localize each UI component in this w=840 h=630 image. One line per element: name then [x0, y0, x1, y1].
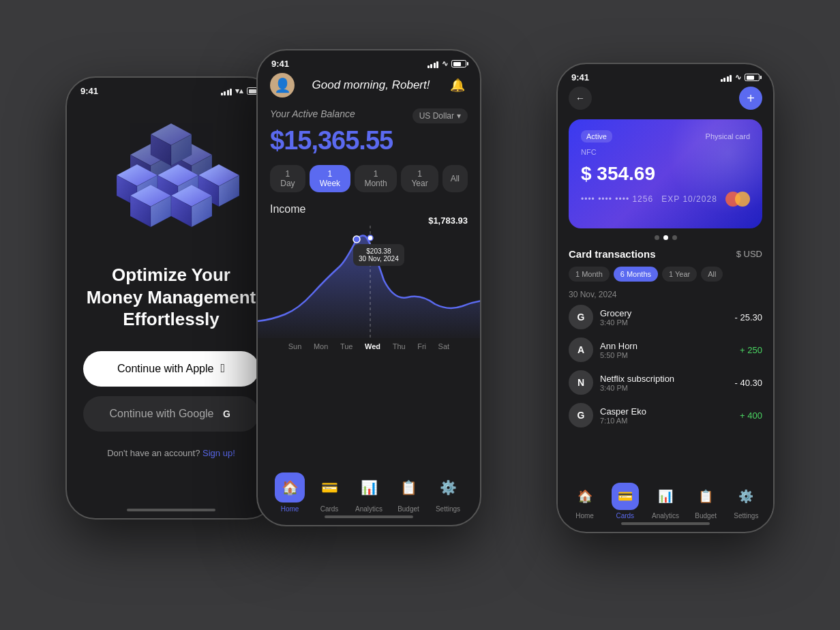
signal-icon-2 [427, 60, 439, 68]
nav-settings-label: Settings [436, 505, 460, 513]
back-button[interactable]: ← [569, 87, 592, 110]
trans-info-netflix: Netflix subscription 3:40 PM [600, 374, 728, 392]
signal-icon-1 [221, 87, 232, 95]
time-2: 9:41 [271, 59, 289, 69]
phones-container: 9:41 ▾▴ [45, 22, 795, 608]
signup-link[interactable]: Sign up! [202, 448, 235, 458]
trans-amount-netflix: - 40.30 [735, 378, 762, 388]
battery-icon-3 [745, 74, 760, 81]
dashboard-header: 👤 Good morning, Robert! 🔔 [270, 73, 468, 97]
trans-avatar-g2: G [569, 403, 593, 427]
nav-settings[interactable]: ⚙️ Settings [433, 472, 463, 513]
nav-cards-label: Cards [320, 505, 339, 513]
cards3-icon: 💳 [612, 483, 639, 510]
trans-name-netflix: Netflix subscription [600, 374, 728, 384]
cube-illustration [96, 114, 246, 250]
battery-icon-2 [451, 60, 466, 68]
balance-amount: $15,365.55 [270, 126, 468, 155]
wifi-icon-3: ∿ [735, 73, 741, 82]
chart-tooltip: $203.38 30 Nov, 2024 [353, 244, 404, 266]
status-icons-1: ▾▴ [221, 87, 262, 95]
analytics3-icon: 📊 [652, 483, 679, 510]
nav3-settings[interactable]: ⚙️ Settings [732, 483, 760, 520]
trans-time-netflix: 3:40 PM [600, 384, 728, 392]
apple-icon:  [220, 361, 225, 376]
settings3-icon: ⚙️ [732, 483, 760, 510]
trans-amount-grocery: - 25.30 [735, 312, 762, 322]
transaction-filter: 1 Month 6 Months 1 Year All [569, 267, 762, 282]
trans-info-grocery: Grocery 3:40 PM [600, 308, 728, 327]
status-bar-3: 9:41 ∿ [558, 64, 773, 87]
notification-icon[interactable]: 🔔 [447, 75, 468, 95]
trans-avatar-a: A [569, 338, 593, 362]
currency-label: $ USD [736, 249, 762, 259]
nav3-budget[interactable]: 📋 Budget [692, 483, 719, 520]
nav-analytics[interactable]: 📊 Analytics [354, 472, 384, 513]
status-icons-3: ∿ [721, 73, 760, 82]
time-3: 9:41 [571, 72, 589, 82]
trans-name-grocery: Grocery [600, 308, 728, 318]
cards-content: ← + Active Physical card NFC $ 354.69 ••… [558, 87, 773, 527]
day-thu: Thu [393, 342, 406, 350]
home3-icon: 🏠 [571, 483, 599, 510]
trans-filter-6months[interactable]: 6 Months [614, 267, 658, 282]
login-content: Optimize Your Money Management Effortles… [67, 100, 275, 513]
apple-login-button[interactable]: Continue with Apple  [83, 351, 259, 387]
nav3-settings-label: Settings [734, 512, 758, 520]
dot-2 [663, 235, 668, 240]
svg-point-26 [368, 235, 373, 241]
day-sun: Sun [288, 342, 302, 350]
google-login-button[interactable]: Continue with Google G [83, 396, 259, 432]
nav3-home-label: Home [575, 512, 594, 520]
nav-home[interactable]: 🏠 Home [275, 472, 305, 513]
trans-filter-1year[interactable]: 1 Year [662, 267, 697, 282]
filter-1month[interactable]: 1 Month [355, 165, 397, 192]
card-active-badge: Active [581, 130, 612, 142]
trans-filter-1month[interactable]: 1 Month [569, 267, 610, 282]
nav-budget[interactable]: 📋 Budget [393, 472, 423, 513]
day-mon: Mon [314, 342, 328, 350]
nav3-budget-label: Budget [695, 512, 717, 520]
transactions-title: Card transactions [569, 248, 656, 260]
apple-button-text: Continue with Apple [117, 363, 213, 375]
home-icon: 🏠 [275, 472, 305, 502]
filter-1day[interactable]: 1 Day [270, 165, 305, 192]
trans-amount-annhorn: + 250 [740, 345, 762, 355]
nav3-analytics-label: Analytics [652, 512, 679, 520]
add-card-button[interactable]: + [739, 87, 762, 110]
nav-cards[interactable]: 💳 Cards [314, 472, 344, 513]
chart-max-label: $1,783.93 [428, 215, 468, 226]
settings-icon: ⚙️ [433, 472, 463, 502]
time-1: 9:41 [80, 86, 98, 96]
signal-icon-3 [721, 74, 732, 82]
trans-info-annhorn: Ann Horn 5:50 PM [600, 341, 733, 359]
income-label: Income [270, 203, 305, 215]
home-indicator-1 [127, 509, 215, 511]
date-divider: 30 Nov, 2024 [569, 290, 762, 299]
filter-1year[interactable]: 1 Year [401, 165, 438, 192]
budget-icon: 📋 [393, 472, 423, 502]
transaction-grocery: G Grocery 3:40 PM - 25.30 [569, 305, 762, 329]
filter-all[interactable]: All [442, 165, 468, 192]
day-fri: Fri [417, 342, 426, 350]
google-icon: G [220, 408, 232, 420]
phone-cards: 9:41 ∿ ← + Active Physical card [556, 63, 775, 533]
trans-name-annhorn: Ann Horn [600, 341, 733, 351]
nav3-analytics[interactable]: 📊 Analytics [652, 483, 679, 520]
bottom-nav-2: 🏠 Home 💳 Cards 📊 Analytics 📋 Budget ⚙️ S… [258, 466, 480, 515]
budget3-icon: 📋 [692, 483, 719, 510]
nav3-cards[interactable]: 💳 Cards [612, 483, 639, 520]
filter-1week[interactable]: 1 Week [310, 165, 350, 192]
nav-budget-label: Budget [397, 505, 419, 513]
google-button-text: Continue with Google [110, 408, 214, 420]
user-avatar: 👤 [270, 73, 295, 97]
svg-point-24 [353, 236, 360, 243]
trans-filter-all[interactable]: All [701, 267, 723, 282]
income-chart: $1,783.93 $203.38 30 Nov, 2024 [258, 215, 480, 338]
wifi-icon-2: ∿ [442, 59, 448, 68]
currency-selector[interactable]: US Dollar ▾ [412, 108, 468, 123]
trans-amount-casper: + 400 [740, 410, 762, 421]
cards-icon: 💳 [314, 472, 344, 502]
nav3-cards-label: Cards [616, 512, 634, 520]
nav3-home[interactable]: 🏠 Home [571, 483, 599, 520]
